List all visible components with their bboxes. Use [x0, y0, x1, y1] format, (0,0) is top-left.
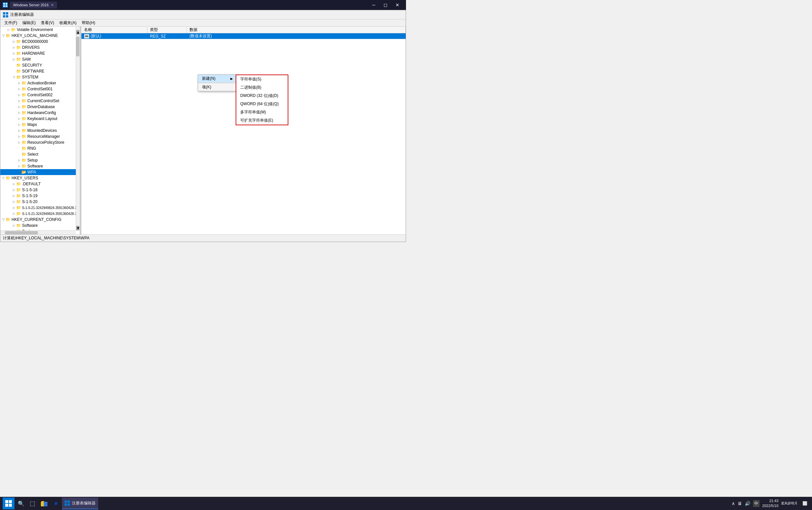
tree-node-system[interactable]: ▽ 📁 SYSTEM	[0, 74, 76, 80]
tree-node-drivers[interactable]: ▷ 📁 DRIVERS	[0, 45, 76, 51]
menu-file[interactable]: 文件(F)	[2, 20, 20, 26]
expand-kblayout[interactable]: ▷	[17, 116, 22, 121]
tree-node-sw3[interactable]: ▷ 📁 Software	[0, 223, 76, 228]
tree-vscroll-down[interactable]: ▼	[76, 226, 80, 230]
maximize-button[interactable]: ◻	[380, 0, 391, 10]
expand-s500c[interactable]: ▷	[11, 211, 16, 216]
submenu-expandstr[interactable]: 可扩充字符串值(E)	[236, 116, 288, 124]
tree-node-software2[interactable]: ▷ 📁 Software	[0, 163, 76, 169]
tree-hscrollbar[interactable]	[0, 230, 76, 234]
expand-respolstore[interactable]: ▷	[17, 140, 22, 145]
tree-node-s120[interactable]: ▷ 📁 S-1-5-20	[0, 199, 76, 205]
expand-hkcc[interactable]: ▽	[1, 217, 6, 222]
expand-drivers[interactable]: ▷	[11, 45, 16, 50]
tree-node-s500c[interactable]: ▷ 📁 S-1-5-21-3242949824-3591360428-10206…	[0, 211, 76, 217]
expand-s500[interactable]: ▷	[11, 205, 16, 210]
expand-hwconfig[interactable]: ▷	[17, 110, 22, 115]
menu-help[interactable]: 帮助(H)	[79, 20, 98, 26]
tree-node-s118[interactable]: ▷ 📁 S-1-5-18	[0, 187, 76, 193]
tree-node-maps[interactable]: ▷ 📁 Maps	[0, 122, 76, 128]
menu-view[interactable]: 查看(V)	[38, 20, 57, 26]
tree-node-setup[interactable]: ▷ 📁 Setup	[0, 157, 76, 163]
tree-vscroll-thumb[interactable]	[76, 36, 80, 56]
menu-favorites[interactable]: 收藏夹(A)	[57, 20, 79, 26]
expand-wpa[interactable]: ▷	[17, 170, 22, 174]
svg-rect-1	[3, 3, 5, 5]
tree-hscroll-thumb[interactable]	[5, 231, 38, 234]
expand-maps[interactable]: ▷	[17, 122, 22, 127]
tree-node-driverdb[interactable]: ▷ 📁 DriverDatabase	[0, 104, 76, 110]
menu-edit[interactable]: 编辑(E)	[20, 20, 38, 26]
tree-node-kblayout[interactable]: ▷ 📁 Keyboard Layout	[0, 116, 76, 122]
expand-resman[interactable]: ▷	[17, 134, 22, 139]
tree-node-mounteddev[interactable]: ▷ 📁 MountedDevices	[0, 128, 76, 134]
folder-icon-s118: 📁	[16, 188, 21, 192]
expand-mounteddev[interactable]: ▷	[17, 128, 22, 133]
folder-icon-software-hklm: 📁	[16, 69, 21, 74]
tree-node-default[interactable]: ▷ 📁 .DEFAULT	[0, 181, 76, 187]
col-header-name[interactable]: 名称	[81, 27, 147, 33]
tree-node-s500[interactable]: ▷ 📁 S-1-5-21-3242949824-3591360428-10206…	[0, 205, 76, 211]
expand-cs001[interactable]: ▷	[17, 87, 22, 91]
context-menu-new[interactable]: 新建(N) ▶ 项(K)	[198, 75, 237, 91]
tree-node-select[interactable]: ▷ 📁 Select	[0, 151, 76, 157]
tree-node-rng[interactable]: ▷ 📁 RNG	[0, 145, 76, 151]
expand-s119[interactable]: ▷	[11, 194, 16, 198]
expand-sw3[interactable]: ▷	[11, 223, 16, 228]
expand-actbroker[interactable]: ▷	[17, 81, 22, 85]
minimize-button[interactable]: ─	[368, 0, 380, 10]
submenu-binary[interactable]: 二进制值(B)	[236, 83, 288, 92]
expand-bcd[interactable]: ▷	[11, 39, 16, 44]
col-header-data[interactable]: 数据	[187, 27, 406, 33]
expand-s118[interactable]: ▷	[11, 188, 16, 192]
context-menu-new-item[interactable]: 新建(N) ▶	[198, 75, 237, 82]
close-button[interactable]: ✕	[391, 0, 403, 10]
s120-label: S-1-5-20	[22, 199, 37, 204]
context-menu-key[interactable]: 项(K)	[198, 83, 237, 91]
hwconfig-label: HardwareConfig	[27, 110, 56, 115]
expand-hku[interactable]: ▽	[1, 176, 6, 180]
tree-node-security[interactable]: ▷ 📁 SECURITY	[0, 62, 76, 68]
expand-hklm[interactable]: ▽	[1, 33, 6, 38]
expand-cs002[interactable]: ▷	[17, 93, 22, 97]
tree-node-hwconfig[interactable]: ▷ 📁 HardwareConfig	[0, 110, 76, 116]
expand-setup[interactable]: ▷	[17, 158, 22, 163]
expand-software2[interactable]: ▷	[17, 164, 22, 168]
tree-node-wpa[interactable]: ▷ 📂 WPA	[0, 169, 76, 175]
tree-vscrollbar[interactable]: ▲ ▼	[76, 27, 80, 230]
tree-vscroll-up[interactable]: ▲	[76, 30, 80, 35]
tree-node-s119[interactable]: ▷ 📁 S-1-5-19	[0, 193, 76, 199]
tree-node-bcd[interactable]: ▷ 📁 BCD00000000	[0, 38, 76, 45]
submenu-qword[interactable]: QWORD (64 位)值(Q)	[236, 100, 288, 108]
vm-tab[interactable]: Windows Server 2016 ✕	[10, 2, 57, 8]
folder-icon-drivers: 📁	[16, 45, 21, 50]
tree-node-hardware[interactable]: ▷ 📁 HARDWARE	[0, 51, 76, 56]
tree-node-hkcc[interactable]: ▽ 📁 HKEY_CURRENT_CONFIG	[0, 217, 76, 223]
tree-node-volatile[interactable]: ▷ 📁 Volatile Environment	[0, 27, 76, 33]
tree-node-actbroker[interactable]: ▷ 📁 ActivationBroker	[0, 80, 76, 86]
tree-node-respolstore[interactable]: ▷ 📁 ResourcePolicyStore	[0, 139, 76, 145]
expand-s120[interactable]: ▷	[11, 199, 16, 204]
tree-node-hklm[interactable]: ▽ 📁 HKEY_LOCAL_MACHINE	[0, 33, 76, 38]
submenu-dword[interactable]: DWORD (32 位)值(D)	[236, 92, 288, 100]
col-header-type[interactable]: 类型	[147, 27, 187, 33]
submenu-string[interactable]: 字符串值(S)	[236, 75, 288, 83]
expand-sam[interactable]: ▷	[11, 57, 16, 62]
table-row-default[interactable]: ab (默认) REG_SZ (数值未设置)	[81, 33, 406, 39]
tree-node-software-hklm[interactable]: ▷ 📁 SOFTWARE	[0, 68, 76, 74]
expand-default[interactable]: ▷	[11, 182, 16, 186]
tree-node-ccs[interactable]: ▷ 📁 CurrentControlSet	[0, 98, 76, 104]
tree-node-cs001[interactable]: ▷ 📁 ControlSet001	[0, 86, 76, 92]
expand-system[interactable]: ▽	[11, 75, 16, 80]
tree-node-hku[interactable]: ▽ 📁 HKEY_USERS	[0, 175, 76, 181]
tree-node-resman[interactable]: ▷ 📁 ResourceManager	[0, 134, 76, 139]
vm-tab-close[interactable]: ✕	[51, 3, 54, 7]
expand-hardware[interactable]: ▷	[11, 51, 16, 56]
expand-driverdb[interactable]: ▷	[17, 105, 22, 109]
expand-ccs[interactable]: ▷	[17, 98, 22, 103]
expand-volatile[interactable]: ▷	[6, 27, 11, 32]
tree-node-cs002[interactable]: ▷ 📁 ControlSet002	[0, 92, 76, 98]
tree-node-sam[interactable]: ▷ 📁 SAM	[0, 56, 76, 62]
submenu-multistring[interactable]: 多字符串值(M)	[236, 108, 288, 116]
row-type-default: REG_SZ	[150, 34, 166, 38]
